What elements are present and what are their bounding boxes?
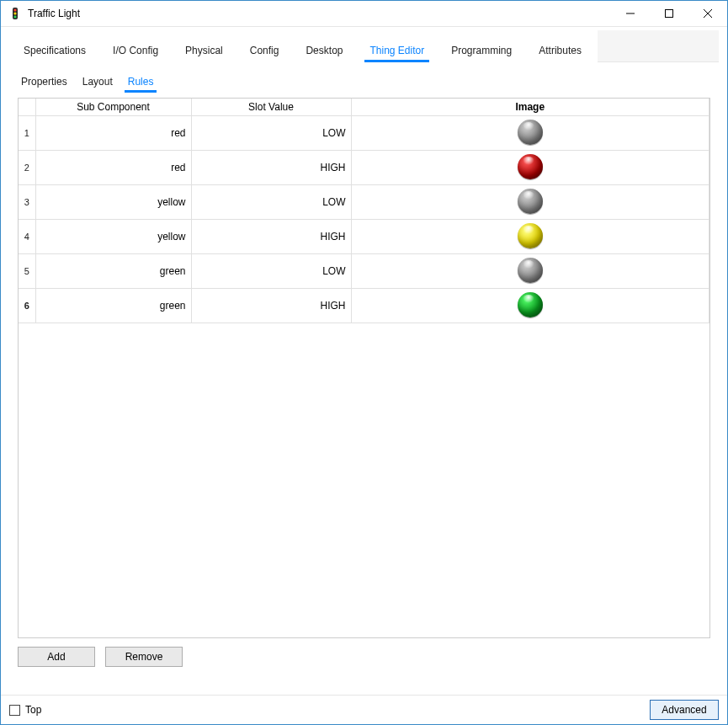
tab-programming[interactable]: Programming: [440, 39, 523, 62]
cell-image[interactable]: [351, 151, 709, 185]
subtab-layout[interactable]: Layout: [81, 74, 114, 91]
row-number[interactable]: 6: [19, 289, 35, 323]
cell-slot-value[interactable]: LOW: [191, 185, 351, 220]
tab-specifications[interactable]: Specifications: [13, 39, 97, 62]
maximize-button[interactable]: [650, 1, 688, 26]
subtab-properties[interactable]: Properties: [19, 74, 69, 91]
cell-sub-component[interactable]: green: [35, 289, 191, 323]
table-row[interactable]: 6greenHIGH: [19, 289, 709, 323]
subtab-rules[interactable]: Rules: [126, 74, 156, 91]
cell-sub-component[interactable]: green: [35, 254, 191, 289]
svg-point-1: [13, 8, 16, 11]
cell-slot-value[interactable]: HIGH: [191, 289, 351, 323]
cell-image[interactable]: [351, 254, 709, 289]
main-tabstrip: Specifications I/O Config Physical Confi…: [1, 27, 727, 62]
tab-thing-editor[interactable]: Thing Editor: [359, 39, 435, 62]
tab-io-config[interactable]: I/O Config: [102, 39, 169, 62]
cell-sub-component[interactable]: yellow: [35, 185, 191, 220]
tab-config[interactable]: Config: [239, 39, 290, 62]
light-orb-icon: [518, 258, 543, 283]
light-orb-icon: [518, 223, 543, 248]
tabstrip-filler: [598, 30, 719, 62]
advanced-button[interactable]: Advanced: [650, 700, 719, 720]
minimize-button[interactable]: [611, 1, 650, 26]
svg-point-3: [13, 15, 16, 18]
table-row[interactable]: 4yellowHIGH: [19, 220, 709, 254]
cell-slot-value[interactable]: HIGH: [191, 220, 351, 254]
tab-desktop[interactable]: Desktop: [295, 39, 353, 62]
row-number[interactable]: 2: [19, 151, 35, 185]
tab-attributes[interactable]: Attributes: [528, 39, 592, 62]
rules-button-row: Add Remove: [18, 647, 710, 667]
cell-slot-value[interactable]: LOW: [191, 116, 351, 151]
titlebar: Traffic Light: [1, 1, 727, 27]
header-image[interactable]: Image: [351, 99, 709, 116]
rules-table-container: Sub Component Slot Value Image 1redLOW2r…: [18, 98, 710, 638]
light-orb-icon: [518, 292, 543, 317]
app-icon: [8, 6, 23, 21]
row-number[interactable]: 3: [19, 185, 35, 220]
row-number[interactable]: 4: [19, 220, 35, 254]
svg-rect-4: [666, 10, 673, 18]
cell-image[interactable]: [351, 220, 709, 254]
header-rownum: [19, 99, 35, 116]
light-orb-icon: [518, 154, 543, 179]
svg-point-2: [13, 12, 16, 14]
cell-slot-value[interactable]: HIGH: [191, 151, 351, 185]
add-button[interactable]: Add: [18, 647, 95, 667]
row-number[interactable]: 5: [19, 254, 35, 289]
header-sub-component[interactable]: Sub Component: [35, 99, 191, 116]
footer: Top Advanced: [1, 695, 727, 724]
cell-sub-component[interactable]: red: [35, 151, 191, 185]
cell-image[interactable]: [351, 116, 709, 151]
sub-tabstrip: Properties Layout Rules: [18, 74, 710, 98]
cell-slot-value[interactable]: LOW: [191, 254, 351, 289]
remove-button[interactable]: Remove: [105, 647, 183, 667]
table-row[interactable]: 5greenLOW: [19, 254, 709, 289]
light-orb-icon: [518, 120, 543, 145]
rules-table[interactable]: Sub Component Slot Value Image 1redLOW2r…: [19, 99, 709, 323]
light-orb-icon: [518, 189, 543, 214]
table-row[interactable]: 1redLOW: [19, 116, 709, 151]
cell-image[interactable]: [351, 185, 709, 220]
header-slot-value[interactable]: Slot Value: [191, 99, 351, 116]
top-checkbox[interactable]: [9, 705, 20, 716]
close-button[interactable]: [688, 1, 727, 26]
thing-editor-panel: Properties Layout Rules Sub Component Sl…: [1, 62, 727, 695]
tab-physical[interactable]: Physical: [174, 39, 234, 62]
cell-sub-component[interactable]: yellow: [35, 220, 191, 254]
row-number[interactable]: 1: [19, 116, 35, 151]
window-title: Traffic Light: [28, 8, 80, 19]
cell-image[interactable]: [351, 289, 709, 323]
table-row[interactable]: 2redHIGH: [19, 151, 709, 185]
table-row[interactable]: 3yellowLOW: [19, 185, 709, 220]
cell-sub-component[interactable]: red: [35, 116, 191, 151]
top-checkbox-label[interactable]: Top: [25, 704, 41, 716]
app-window: Traffic Light Specifications I/O Config …: [0, 0, 728, 725]
